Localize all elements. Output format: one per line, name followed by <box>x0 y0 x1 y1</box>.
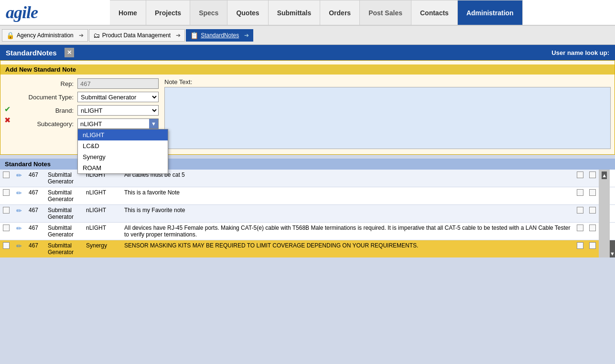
scroll-up-btn[interactable]: ▲ <box>602 171 607 179</box>
row2-doc-type: Submittal Generator <box>45 187 83 205</box>
row5-brand: Synergy <box>83 240 121 258</box>
row4-cb1[interactable] <box>577 225 583 231</box>
rep-input[interactable] <box>77 78 159 89</box>
dropdown-option-synergy[interactable]: Synergy <box>78 151 168 162</box>
doc-type-label: Document Type: <box>16 94 74 101</box>
tab-specs[interactable]: Specs <box>190 0 227 25</box>
dropdown-option-lcd[interactable]: LC&D <box>78 140 168 151</box>
rep-row: Rep: <box>16 78 159 89</box>
breadcrumb-agency-label: Agency Administration <box>17 32 74 39</box>
scroll-down-btn[interactable]: ▼ <box>610 240 615 258</box>
tab-orders[interactable]: Orders <box>320 0 360 25</box>
row2-note: This is a favorite Note <box>121 187 574 205</box>
subcategory-dropdown-container: nLIGHT ▼ nLIGHT LC&D Synergy ROAM <box>77 118 159 129</box>
row3-rep: 467 <box>26 205 45 223</box>
brand-row: Brand: nLIGHT <box>16 105 159 116</box>
row5-doc-type: Submittal Generator <box>45 240 83 258</box>
row3-note: This is my Favorite note <box>121 205 574 223</box>
product-data-icon: 🗂 <box>93 32 100 39</box>
tab-post-sales[interactable]: Post Sales <box>360 0 411 25</box>
breadcrumb-bar: 🔒 Agency Administration ➔ 🗂 Product Data… <box>0 26 615 45</box>
tab-projects[interactable]: Projects <box>146 0 190 25</box>
row3-cb1[interactable] <box>577 207 583 214</box>
row4-brand: nLIGHT <box>83 223 121 240</box>
row5-cb2[interactable] <box>589 242 596 249</box>
doc-type-select[interactable]: Submittal Generator <box>77 92 159 102</box>
section-header: StandardNotes ✕ User name look up: <box>0 45 615 60</box>
top-nav-bar: agile Home Projects Specs Quotes Submitt… <box>0 0 615 26</box>
tab-administration[interactable]: Administration <box>458 0 523 25</box>
table-row: ✏ 467 Submittal Generator Synergy SENSOR… <box>0 240 615 258</box>
row2-brand: nLIGHT <box>83 187 121 205</box>
brand-label: Brand: <box>16 107 74 114</box>
nav-tabs: Home Projects Specs Quotes Submittals Or… <box>110 0 615 25</box>
breadcrumb-agency-administration[interactable]: 🔒 Agency Administration ➔ <box>2 29 88 42</box>
subcategory-dropdown-arrow[interactable]: ▼ <box>149 119 158 128</box>
breadcrumb-sn-label: StandardNotes <box>201 32 239 39</box>
standard-notes-table: ✏ 467 Submittal Generator nLIGHT All cab… <box>0 170 615 258</box>
subcategory-label: Subcategory: <box>16 120 74 128</box>
form-fields: Rep: Document Type: Submittal Generator … <box>16 78 159 150</box>
row3-brand: nLIGHT <box>83 205 121 223</box>
table-wrapper: ✏ 467 Submittal Generator nLIGHT All cab… <box>0 170 615 258</box>
row4-edit-icon[interactable]: ✏ <box>15 225 23 232</box>
row4-rep: 467 <box>26 223 45 240</box>
row5-edit-icon[interactable]: ✏ <box>15 242 23 250</box>
breadcrumb-product-arrow: ➔ <box>176 32 181 39</box>
row1-rep: 467 <box>26 170 45 187</box>
subcategory-value: nLIGHT <box>78 119 149 128</box>
note-text-label: Note Text: <box>164 78 611 86</box>
tab-quotes[interactable]: Quotes <box>227 0 268 25</box>
tab-contacts[interactable]: Contacts <box>411 0 458 25</box>
row2-cb1[interactable] <box>577 189 583 196</box>
breadcrumb-product-data[interactable]: 🗂 Product Data Management ➔ <box>89 29 185 42</box>
row1-cb2[interactable] <box>589 171 596 178</box>
row2-rep: 467 <box>26 187 45 205</box>
table-row: ✏ 467 Submittal Generator nLIGHT All dev… <box>0 223 615 240</box>
dropdown-option-nlight[interactable]: nLIGHT <box>78 129 168 140</box>
row5-cb1[interactable] <box>577 242 583 249</box>
row2-edit-icon[interactable]: ✏ <box>15 189 23 197</box>
add-new-header: Add New Standard Note <box>0 64 615 75</box>
breadcrumb-standard-notes[interactable]: 📋 StandardNotes ➔ <box>186 29 253 42</box>
row1-note: All cables must be cat 5 <box>121 170 574 187</box>
row3-edit-icon[interactable]: ✏ <box>15 207 23 214</box>
standard-notes-icon: 📋 <box>190 32 198 39</box>
row2-checkbox[interactable] <box>3 189 10 196</box>
row1-cb1[interactable] <box>577 171 583 178</box>
dropdown-option-roam[interactable]: ROAM <box>78 162 168 173</box>
scrollbar-up[interactable]: ▲ <box>599 170 610 258</box>
tab-submittals[interactable]: Submittals <box>269 0 321 25</box>
row3-cb2[interactable] <box>589 207 596 214</box>
row1-checkbox[interactable] <box>3 171 10 178</box>
row4-note: All devices have RJ-45 Female ports. Mak… <box>121 223 574 240</box>
breadcrumb-sn-arrow: ➔ <box>244 32 249 39</box>
cancel-icon[interactable]: ✖ <box>4 116 11 125</box>
close-button[interactable]: ✕ <box>65 48 74 57</box>
row2-cb2[interactable] <box>589 189 596 196</box>
logo: agile <box>0 0 110 25</box>
brand-select[interactable]: nLIGHT <box>77 105 159 116</box>
confirm-icon[interactable]: ✔ <box>4 105 11 114</box>
form-actions: ✔ ✖ <box>4 78 11 150</box>
row5-note: SENSOR MASKING KITS MAY BE REQUIRED TO L… <box>121 240 574 258</box>
logo-text: agile <box>6 2 38 22</box>
form-area: ✔ ✖ Rep: Document Type: Submittal Genera… <box>0 78 615 150</box>
breadcrumb-product-label: Product Data Management <box>102 32 171 39</box>
subcategory-select[interactable]: nLIGHT ▼ <box>77 118 159 129</box>
row5-checkbox[interactable] <box>3 242 10 249</box>
subcategory-row: Subcategory: nLIGHT ▼ nLIGHT LC&D Synerg… <box>16 118 159 129</box>
row4-cb2[interactable] <box>589 225 596 231</box>
tab-home[interactable]: Home <box>110 0 146 25</box>
table-row: ✏ 467 Submittal Generator nLIGHT This is… <box>0 205 615 223</box>
note-textarea[interactable] <box>164 87 611 149</box>
table-row: ✏ 467 Submittal Generator nLIGHT This is… <box>0 187 615 205</box>
section-title: StandardNotes <box>6 49 57 57</box>
row1-edit-icon[interactable]: ✏ <box>15 171 23 179</box>
doc-type-row: Document Type: Submittal Generator <box>16 92 159 102</box>
row3-checkbox[interactable] <box>3 207 10 214</box>
agency-admin-icon: 🔒 <box>6 32 14 39</box>
row4-checkbox[interactable] <box>3 225 10 231</box>
row5-rep: 467 <box>26 240 45 258</box>
rep-label: Rep: <box>16 80 74 87</box>
